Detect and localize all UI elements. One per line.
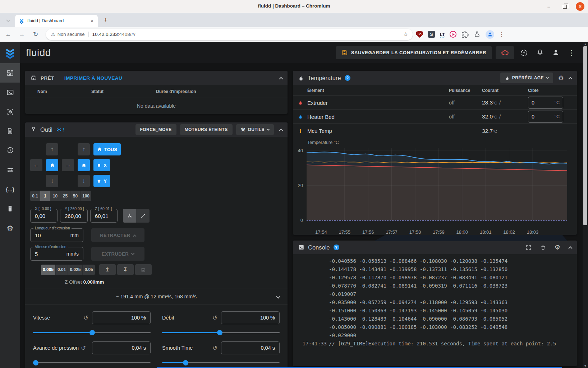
move-z-plus-button[interactable]: ↑ — [78, 143, 90, 155]
smooth-time-field[interactable]: 0,04 s — [221, 341, 280, 354]
home-z-button[interactable] — [78, 159, 90, 171]
tab-search-button[interactable] — [3, 15, 14, 25]
help-icon[interactable]: ? — [334, 244, 339, 250]
collapse-tool-icon[interactable] — [279, 129, 283, 132]
tab-close-icon[interactable]: × — [89, 18, 95, 24]
sidebar-item-jobs[interactable] — [0, 121, 20, 141]
step-100[interactable]: 100 — [81, 191, 91, 201]
extrude-button[interactable]: EXTRUDER — [91, 247, 144, 261]
url-text[interactable]: 10.42.0.233:4408/#/ — [92, 32, 135, 37]
extensions-puzzle-icon[interactable] — [461, 31, 469, 38]
zstep-0.025[interactable]: 0.025 — [68, 265, 83, 275]
tools-dropdown-button[interactable]: ⚒ OUTILS — [236, 124, 274, 135]
step-10[interactable]: 10 — [50, 191, 60, 201]
move-x-minus-button[interactable]: ← — [30, 159, 42, 171]
forward-button[interactable]: → — [17, 29, 27, 40]
scroll-up-arrow[interactable]: ▲ — [583, 42, 588, 46]
security-label[interactable]: Non sécurisé — [58, 32, 85, 37]
bookmark-star-icon[interactable]: ☆ — [401, 31, 410, 38]
sidebar-item-console[interactable] — [0, 83, 20, 102]
force-move-button[interactable]: FORCE_MOVE — [135, 124, 176, 135]
temp-row-extruder[interactable]: Extruder off 28.3°C/ 0°C — [293, 96, 577, 110]
labs-flask-icon[interactable] — [474, 31, 481, 38]
console-settings-button[interactable]: ⚙ — [555, 244, 560, 251]
preset-dropdown-button[interactable]: PRÉRÉGLAGE — [500, 73, 553, 83]
zstep-0.01[interactable]: 0.01 — [56, 265, 68, 275]
reset-icon[interactable]: ↺ — [83, 314, 88, 322]
save-config-restart-button[interactable]: SAUVEGARDER LA CONFIGURATION ET REDÉMARR… — [336, 46, 492, 59]
speed-slider[interactable] — [33, 327, 151, 338]
reset-icon[interactable]: ↺ — [212, 344, 217, 352]
emergency-stop-button[interactable] — [496, 46, 514, 59]
chart-plot[interactable] — [307, 145, 567, 228]
move-x-plus-button[interactable]: → — [62, 159, 74, 171]
sidebar-item-settings[interactable]: ⚙ — [0, 218, 20, 238]
page-scrollbar[interactable]: ▲ ▼ — [583, 42, 588, 368]
browser-menu-button[interactable]: ⋮ — [499, 31, 505, 38]
relative-position-toggle[interactable] — [136, 209, 150, 223]
trash-icon[interactable] — [540, 244, 546, 251]
app-menu-button[interactable]: ⋮ — [565, 47, 578, 59]
extrude-speed-field[interactable]: Vitesse d'extrusion 5 mm/s — [30, 247, 83, 261]
scrollbar-thumb[interactable] — [583, 46, 587, 225]
user-button[interactable] — [550, 47, 562, 59]
tab-fluidd-dashboard[interactable]: fluidd | Dashboard × — [15, 15, 98, 27]
languagetool-extension-icon[interactable]: LT — [440, 32, 445, 37]
collapse-status-icon[interactable] — [279, 77, 283, 81]
scroll-down-arrow[interactable]: ▼ — [583, 364, 588, 368]
console-log[interactable]: -0.040556 -0.058513 -0.088466 -0.108030 … — [293, 254, 577, 348]
heater-bed-target-input[interactable]: 0°C — [528, 111, 563, 123]
move-y-plus-button[interactable]: ↑ — [46, 143, 58, 155]
pressure-advance-field[interactable]: 0,04 s — [92, 341, 151, 354]
restore-button[interactable] — [560, 2, 569, 11]
smooth-time-slider[interactable] — [162, 358, 280, 368]
step-0.1[interactable]: 0.1 — [30, 191, 40, 201]
extrusion-summary-row[interactable]: ~ 191.4 mm @ 12 mm³/s, 168 mm/s — [25, 289, 288, 304]
home-y-button[interactable]: Y — [93, 175, 110, 187]
zstep-0.05[interactable]: 0.05 — [83, 265, 95, 275]
minimize-button[interactable]: – — [544, 2, 553, 11]
extruder-target-input[interactable]: 0°C — [528, 97, 563, 109]
home-all-button[interactable]: TOUS — [93, 143, 121, 155]
position-y-field[interactable]: Y [ 260.00 ] 260,00 — [60, 209, 88, 223]
fluidd-logo[interactable] — [0, 42, 20, 63]
position-x-field[interactable]: X [ -0.00 ] 0,00 — [30, 209, 58, 223]
retract-button[interactable]: RÉTRACTER — [91, 228, 144, 242]
flow-slider[interactable] — [162, 327, 280, 338]
sidebar-item-system[interactable] — [0, 199, 20, 218]
reprint-button[interactable]: IMPRIMER À NOUVEAU — [64, 75, 122, 81]
motors-off-button[interactable]: MOTEURS ÉTEINTS — [180, 124, 233, 135]
z-offset-up-button[interactable]: ↥ — [99, 264, 116, 275]
sidebar-item-gcode-preview[interactable] — [0, 102, 20, 121]
close-button[interactable]: × — [576, 2, 584, 11]
reload-button[interactable]: ↻ — [30, 29, 41, 40]
reset-icon[interactable]: ↺ — [212, 314, 217, 322]
absolute-position-toggle[interactable] — [123, 209, 136, 223]
video-extension-icon[interactable] — [450, 31, 456, 38]
ublock-extension-icon[interactable]: UO — [416, 31, 423, 38]
move-y-minus-button[interactable]: ↓ — [46, 175, 58, 187]
fullscreen-icon[interactable] — [525, 244, 532, 251]
address-bar[interactable]: ⚠ Non sécurisé 10.42.0.233:4408/#/ ☆ — [46, 29, 413, 40]
back-button[interactable]: ← — [3, 29, 14, 40]
step-50[interactable]: 50 — [70, 191, 81, 201]
new-tab-button[interactable]: + — [101, 15, 111, 25]
z-offset-down-button[interactable]: ↧ — [117, 264, 134, 275]
temp-row-heater-bed[interactable]: Heater Bed off 32.0°C/ 0°C — [293, 110, 577, 124]
speed-value-field[interactable]: 100 % — [92, 311, 151, 324]
step-1[interactable]: 1 — [40, 191, 50, 201]
temp-row-mcu[interactable]: Mcu Temp 32.7°C — [293, 124, 577, 138]
pressure-advance-slider[interactable] — [33, 358, 151, 368]
help-icon[interactable]: ? — [345, 75, 350, 81]
profile-avatar[interactable] — [486, 30, 494, 39]
sidebar-item-configure[interactable]: {...} — [0, 180, 20, 199]
step-25[interactable]: 25 — [60, 191, 70, 201]
updates-button[interactable] — [518, 47, 530, 59]
position-z-field[interactable]: Z [ 60.01 ] 60,01 — [90, 209, 118, 223]
sidebar-item-dashboard[interactable] — [0, 63, 20, 83]
zstep-0.005[interactable]: 0.005 — [41, 265, 56, 275]
notifications-button[interactable] — [534, 47, 546, 59]
home-xy-button[interactable] — [46, 159, 58, 171]
collapse-temperature-icon[interactable] — [568, 77, 572, 81]
extrude-length-field[interactable]: Longueur d'extrusion 10 mm — [30, 228, 83, 242]
